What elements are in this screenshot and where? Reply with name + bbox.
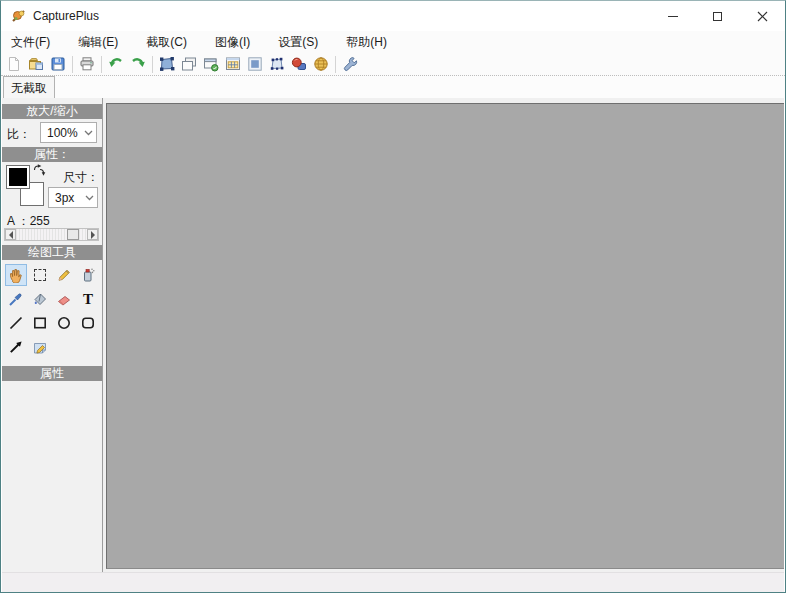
slider-right-arrow[interactable]	[87, 229, 98, 240]
undo-button[interactable]	[105, 54, 127, 75]
tab-no-capture[interactable]: 无截取	[3, 76, 55, 98]
title-bar: CapturePlus	[1, 1, 785, 31]
eraser-tool-button[interactable]	[53, 288, 75, 310]
properties-section-header: 属性：	[2, 147, 102, 162]
capture-window-icon	[181, 56, 197, 72]
eyedropper-tool-button[interactable]	[5, 288, 27, 310]
capture-window-button[interactable]	[178, 54, 200, 75]
tools-section-header: 绘图工具	[2, 245, 102, 260]
pen-tool-icon	[56, 267, 72, 283]
save-button[interactable]	[47, 54, 69, 75]
spray-tool-button[interactable]	[77, 264, 99, 286]
triangle-right-icon	[91, 231, 95, 239]
window-title: CapturePlus	[33, 9, 99, 23]
tab-strip: 无截取	[1, 76, 785, 98]
settings-button[interactable]	[339, 54, 361, 75]
toolbar-separator	[101, 56, 102, 73]
close-button[interactable]	[740, 1, 785, 31]
open-file-button[interactable]	[25, 54, 47, 75]
capture-objects-button[interactable]	[288, 54, 310, 75]
hand-tool-icon	[8, 267, 24, 283]
close-icon	[757, 11, 768, 22]
note-tool-button[interactable]	[29, 336, 51, 358]
chevron-down-icon	[81, 123, 96, 142]
toolbar-separator	[152, 56, 153, 73]
fill-tool-icon	[32, 291, 48, 307]
select-tool-button[interactable]	[29, 264, 51, 286]
capture-polygon-button[interactable]	[266, 54, 288, 75]
toolbar	[1, 53, 785, 76]
capture-canvas[interactable]	[106, 103, 784, 569]
swap-colors-icon[interactable]	[32, 163, 46, 177]
capture-web-icon	[313, 56, 329, 72]
alpha-slider[interactable]	[4, 228, 99, 241]
new-file-button[interactable]	[3, 54, 25, 75]
fill-tool-button[interactable]	[29, 288, 51, 310]
zoom-ratio-select[interactable]: 100%	[40, 122, 97, 143]
window-controls	[650, 1, 785, 31]
line-tool-icon	[8, 315, 24, 331]
menu-image[interactable]: 图像(I)	[207, 31, 258, 54]
status-bar	[2, 572, 784, 593]
size-select[interactable]: 3px	[48, 187, 98, 208]
capture-web-button[interactable]	[310, 54, 332, 75]
maximize-icon	[713, 12, 722, 21]
menu-file[interactable]: 文件(F)	[3, 31, 58, 54]
pen-tool-button[interactable]	[53, 264, 75, 286]
content-area: 放大/缩小 比： 100% 属性： 尺寸： 3px	[2, 98, 784, 572]
rounded-rectangle-tool-icon	[80, 315, 96, 331]
menu-capture[interactable]: 截取(C)	[138, 31, 195, 54]
slider-track[interactable]	[16, 229, 87, 240]
ellipse-tool-button[interactable]	[53, 312, 75, 334]
capture-fullscreen-button[interactable]	[244, 54, 266, 75]
spray-tool-icon	[80, 267, 96, 283]
arrow-tool-button[interactable]	[5, 336, 27, 358]
note-tool-icon	[32, 339, 48, 355]
chevron-down-icon	[82, 188, 97, 207]
sidebar: 放大/缩小 比： 100% 属性： 尺寸： 3px	[2, 98, 103, 572]
select-tool-icon	[34, 269, 46, 281]
toolbar-separator	[72, 56, 73, 73]
capture-control-button[interactable]	[222, 54, 244, 75]
capture-active-window-icon	[203, 56, 219, 72]
capture-fullscreen-icon	[247, 56, 263, 72]
menu-settings[interactable]: 设置(S)	[270, 31, 326, 54]
hand-tool-button[interactable]	[5, 264, 27, 286]
new-file-icon	[6, 56, 22, 72]
rectangle-tool-button[interactable]	[29, 312, 51, 334]
minimize-button[interactable]	[650, 1, 695, 31]
menu-edit[interactable]: 编辑(E)	[70, 31, 126, 54]
save-icon	[50, 56, 66, 72]
menu-help[interactable]: 帮助(H)	[338, 31, 395, 54]
text-tool-icon: T	[83, 292, 93, 307]
zoom-ratio-value: 100%	[47, 126, 81, 140]
minimize-icon	[668, 16, 678, 17]
maximize-button[interactable]	[695, 1, 740, 31]
menu-bar: 文件(F) 编辑(E) 截取(C) 图像(I) 设置(S) 帮助(H)	[1, 31, 785, 53]
foreground-color-swatch[interactable]	[6, 165, 30, 189]
zoom-section-header: 放大/缩小	[2, 104, 102, 119]
print-icon	[79, 56, 95, 72]
capture-polygon-icon	[269, 56, 285, 72]
size-value: 3px	[55, 191, 82, 205]
slider-thumb[interactable]	[67, 229, 79, 240]
bottom-properties-header: 属性	[2, 366, 102, 381]
text-tool-button[interactable]: T	[77, 288, 99, 310]
settings-wrench-icon	[342, 56, 358, 72]
capture-objects-icon	[291, 56, 307, 72]
slider-left-arrow[interactable]	[5, 229, 16, 240]
redo-button[interactable]	[127, 54, 149, 75]
size-label: 尺寸：	[63, 169, 99, 186]
capture-active-window-button[interactable]	[200, 54, 222, 75]
app-window: CapturePlus 文件(F) 编辑(E) 截取(C) 图像(I) 设置(S…	[0, 0, 786, 593]
capture-region-button[interactable]	[156, 54, 178, 75]
rounded-rectangle-tool-button[interactable]	[77, 312, 99, 334]
ellipse-tool-icon	[56, 315, 72, 331]
zoom-ratio-label: 比：	[7, 126, 31, 143]
redo-icon	[130, 56, 146, 72]
undo-icon	[108, 56, 124, 72]
line-tool-button[interactable]	[5, 312, 27, 334]
print-button[interactable]	[76, 54, 98, 75]
app-icon	[11, 8, 27, 24]
capture-control-icon	[225, 56, 241, 72]
